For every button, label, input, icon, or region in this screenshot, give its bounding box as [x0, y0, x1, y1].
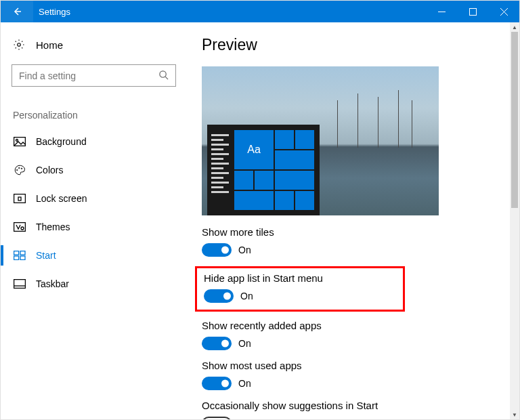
svg-point-2	[160, 70, 166, 77]
sample-tile-text: Aa	[234, 130, 274, 169]
sidebar-item-start[interactable]: Start	[1, 241, 187, 270]
gear-icon	[13, 39, 26, 51]
sidebar-item-label: Lock screen	[36, 193, 87, 204]
section-label: Personalization	[1, 87, 187, 127]
search-input[interactable]	[19, 70, 158, 81]
sidebar-item-lockscreen[interactable]: Lock screen	[1, 184, 187, 213]
setting-label: Show recently added apps	[202, 320, 503, 331]
desktop-preview: Aa	[202, 66, 439, 215]
search-box[interactable]	[12, 64, 176, 87]
svg-rect-0	[469, 8, 476, 15]
scrollbar-down-icon[interactable]: ▼	[510, 410, 519, 419]
page-title: Preview	[202, 36, 503, 54]
svg-rect-15	[20, 256, 25, 260]
svg-rect-12	[14, 251, 19, 255]
scrollbar-up-icon[interactable]: ▲	[510, 22, 519, 32]
sidebar-item-label: Taskbar	[36, 278, 69, 289]
svg-point-1	[18, 43, 21, 47]
svg-point-11	[21, 227, 24, 230]
maximize-button[interactable]	[457, 1, 488, 22]
taskbar-icon	[13, 279, 26, 289]
svg-rect-14	[14, 256, 19, 260]
setting-most-used: Show most used apps On	[202, 360, 503, 390]
sidebar-item-label: Colors	[36, 165, 63, 175]
search-icon	[158, 70, 169, 82]
main-content: Preview Aa	[187, 22, 519, 419]
sidebar-item-label: Themes	[36, 222, 70, 232]
palette-icon	[13, 164, 26, 176]
setting-label: Show more tiles	[202, 226, 503, 238]
setting-recently-added: Show recently added apps On	[202, 320, 503, 350]
toggle-state: On	[238, 245, 251, 255]
back-button[interactable]	[1, 1, 33, 22]
toggle-hide-app-list[interactable]	[204, 289, 234, 303]
svg-point-6	[19, 167, 20, 169]
sidebar-item-colors[interactable]: Colors	[1, 156, 187, 184]
svg-point-5	[17, 169, 18, 171]
home-label: Home	[36, 39, 63, 51]
picture-icon	[13, 137, 26, 146]
scrollbar[interactable]: ▲ ▼	[510, 22, 519, 419]
scrollbar-thumb[interactable]	[511, 32, 518, 208]
home-button[interactable]: Home	[1, 33, 187, 60]
toggle-state: On	[240, 291, 253, 301]
sidebar: Home Personalization Background Colors L…	[1, 22, 187, 419]
window-title: Settings	[33, 7, 426, 17]
sidebar-item-background[interactable]: Background	[1, 127, 187, 156]
toggle-state: On	[238, 378, 251, 389]
lockscreen-icon	[13, 194, 26, 203]
toggle-most-used[interactable]	[202, 377, 232, 390]
svg-point-7	[21, 168, 22, 169]
toggle-recently-added[interactable]	[202, 337, 232, 350]
setting-show-more-tiles: Show more tiles On	[202, 226, 503, 257]
sidebar-item-label: Start	[36, 250, 56, 261]
window-controls	[426, 1, 519, 22]
highlighted-setting: Hide app list in Start menu On	[195, 266, 405, 312]
svg-point-4	[16, 140, 18, 142]
themes-icon	[13, 222, 26, 232]
toggle-show-more-tiles[interactable]	[202, 243, 232, 257]
svg-rect-16	[14, 280, 26, 289]
sidebar-item-label: Background	[36, 136, 87, 147]
toggle-state: Off	[238, 418, 251, 419]
start-menu-preview: Aa	[207, 125, 320, 215]
start-icon	[13, 251, 26, 260]
setting-hide-app-list: Hide app list in Start menu On	[204, 272, 396, 303]
svg-rect-8	[14, 194, 26, 203]
toggle-suggestions[interactable]	[202, 417, 232, 419]
sidebar-item-taskbar[interactable]: Taskbar	[1, 270, 187, 298]
setting-label: Occasionally show suggestions in Start	[202, 400, 503, 411]
titlebar: Settings	[1, 1, 519, 22]
setting-label: Show most used apps	[202, 360, 503, 371]
minimize-button[interactable]	[426, 1, 457, 22]
svg-rect-13	[20, 251, 25, 255]
setting-suggestions: Occasionally show suggestions in Start O…	[202, 400, 503, 419]
setting-label: Hide app list in Start menu	[204, 272, 396, 284]
toggle-state: On	[238, 338, 251, 349]
close-button[interactable]	[488, 1, 519, 22]
sidebar-item-themes[interactable]: Themes	[1, 213, 187, 241]
svg-rect-9	[18, 197, 21, 201]
